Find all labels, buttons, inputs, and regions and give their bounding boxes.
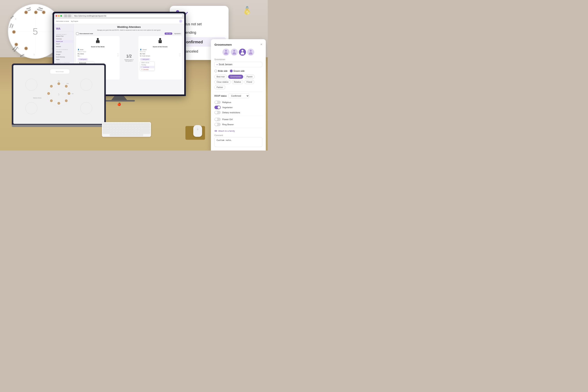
groom-side-radio	[230, 70, 233, 72]
svg-rect-67	[134, 128, 136, 131]
svg-point-88	[250, 50, 252, 52]
role-btn-groomsmen[interactable]: Groomsmen	[228, 75, 243, 79]
ring-bearer-toggle[interactable]	[214, 123, 221, 126]
url-bar[interactable]: https://planning.wedding/project/guest-l…	[72, 14, 183, 18]
role-btn-relative[interactable]: Relative	[232, 80, 243, 84]
minimize-window-button[interactable]	[58, 15, 60, 17]
maximize-window-button[interactable]	[60, 15, 62, 17]
user-avatar[interactable]: +	[179, 20, 182, 23]
rsvp-status-select[interactable]: Status not set Pending Confirmed Cancele…	[228, 94, 249, 98]
sidebar-item-notes[interactable]: Notes	[54, 58, 74, 61]
bride-person-value: Ms. ...	[78, 55, 81, 57]
groom-icon	[158, 38, 162, 44]
svg-rect-36	[118, 123, 121, 126]
svg-rect-33	[109, 123, 112, 126]
groom-side-option[interactable]: Groom side	[230, 70, 244, 72]
grid-num-6: 6	[15, 18, 16, 20]
forward-button[interactable]: ›	[68, 14, 71, 17]
sidebar-item-event-itinerary[interactable]: Event Itinerary	[54, 56, 74, 58]
rsvp-option-pending[interactable]: Pending	[140, 64, 154, 66]
advanced-mode-checkbox[interactable]	[76, 32, 78, 35]
role-btn-partner[interactable]: Partner	[214, 85, 225, 90]
religious-label: Religious	[222, 101, 231, 104]
attach-family-button[interactable]: Attach to a family	[214, 130, 262, 132]
bride-side-option[interactable]: Bride side	[214, 70, 228, 72]
svg-rect-76	[126, 131, 129, 134]
back-button[interactable]: ‹	[64, 14, 67, 17]
panel-close-button[interactable]: ×	[260, 43, 262, 46]
advanced-mode-toggle[interactable]: Show advanced mode	[76, 32, 93, 35]
role-btn-close-relative[interactable]: Close relative	[214, 80, 231, 84]
religious-toggle-row: Religious	[214, 100, 262, 104]
add-bride-guest-button[interactable]: + Add guest	[78, 58, 88, 60]
bride-field-icon: 👤	[78, 49, 80, 50]
comment-textarea[interactable]: Custom note.	[214, 137, 262, 147]
sidebar-project-label: WEDDING PROJECT Anna & Tom	[54, 33, 74, 38]
svg-rect-43	[140, 123, 143, 126]
projects-nav-link[interactable]: My Projects	[71, 20, 78, 22]
sidebar-item-guestlist[interactable]: Guest List	[54, 40, 74, 43]
page-title: Wedding Attendees	[76, 26, 182, 28]
role-btn-bestman[interactable]: Best man	[214, 75, 227, 79]
sidebar-item-website[interactable]: Website	[54, 45, 74, 48]
panel-avatar-1[interactable]	[222, 48, 230, 56]
groom-side-label: Groom side	[234, 70, 244, 72]
svg-rect-60	[112, 128, 114, 131]
person-row: Ms. ... ›	[78, 55, 118, 57]
svg-rect-34	[112, 123, 115, 126]
svg-rect-80	[138, 131, 150, 134]
sidebar-item-rsvp[interactable]: RSVP	[54, 43, 74, 45]
svg-point-23	[47, 92, 50, 95]
tab-view-button[interactable]: Tab view	[165, 32, 172, 35]
stats-middle: 1/2 Wedding party 3 Total guests 1	[121, 36, 137, 80]
vendor-nav-link[interactable]: Find vendor or venue	[56, 20, 69, 22]
lamp-decoration: 💡	[242, 6, 252, 15]
dietary-toggle-knob	[215, 111, 218, 114]
rsvp-option-confirmed[interactable]: ✓ Confirmed	[140, 66, 154, 68]
dietary-toggle[interactable]	[214, 111, 221, 114]
groom-person-row: Mr. Scott Jensen ›	[140, 55, 180, 57]
app-top-nav: Find vendor or venue My Projects +	[54, 18, 184, 24]
rsvp-option-canceled[interactable]: ✕ Canceled	[140, 68, 154, 70]
svg-rect-55	[136, 126, 138, 128]
panel-avatar-4[interactable]	[247, 48, 254, 56]
remove-guest-button[interactable]: Remove this guest	[214, 150, 262, 150]
bestman-label: Best man	[140, 51, 146, 52]
rsvp-option-not-set[interactable]: Status not set	[140, 62, 154, 64]
browser-toolbar: ‹ › https://planning.wedding/project/gue…	[54, 13, 184, 18]
panel-avatar-2[interactable]	[231, 48, 238, 56]
name-selector[interactable]: ▾ Scott Jensen	[214, 62, 262, 67]
panel-avatar-row	[214, 48, 262, 56]
close-window-button[interactable]	[56, 15, 57, 17]
add-groom-guest-button[interactable]: + Add guest	[140, 58, 150, 60]
rsvp-status-label: RSVP status	[214, 95, 226, 97]
svg-rect-59	[108, 128, 111, 131]
sidebar-item-overview[interactable]: Overview	[54, 38, 74, 40]
bestman-value: Mr. Tom	[140, 53, 145, 55]
project-name: Anna & Tom	[56, 36, 64, 37]
groom-label: 👤 Groom	[140, 49, 180, 50]
moh-field-label: Maid of Honor	[78, 51, 86, 52]
avatar-person-4	[248, 50, 253, 55]
panel-avatar-3[interactable]	[239, 48, 246, 56]
divider-1	[214, 92, 262, 92]
sidebar-item-budget[interactable]: Budget	[54, 53, 74, 56]
svg-rect-49	[117, 126, 120, 128]
religious-toggle[interactable]	[214, 100, 221, 104]
svg-point-22	[50, 99, 53, 102]
wedding-party-label: Wedding party 3	[124, 59, 134, 60]
svg-rect-81	[110, 134, 143, 136]
sidebar-item-checklist[interactable]: Checklist	[54, 50, 74, 53]
name-select-arrow: ▾	[216, 64, 218, 66]
role-btn-parent[interactable]: Parent	[244, 75, 254, 79]
svg-rect-69	[140, 128, 150, 131]
vegetarian-toggle-knob	[218, 106, 220, 109]
bestman-field: Best man	[140, 51, 180, 52]
svg-rect-62	[118, 128, 120, 131]
alphabetic-button[interactable]: Alphabetic	[173, 32, 182, 35]
vegetarian-toggle[interactable]	[214, 106, 221, 109]
flower-girl-toggle[interactable]	[214, 118, 221, 121]
role-btn-friend[interactable]: Friend	[244, 80, 254, 84]
flower-girl-toggle-row: Flower Girl	[214, 118, 262, 121]
svg-rect-61	[115, 128, 118, 131]
